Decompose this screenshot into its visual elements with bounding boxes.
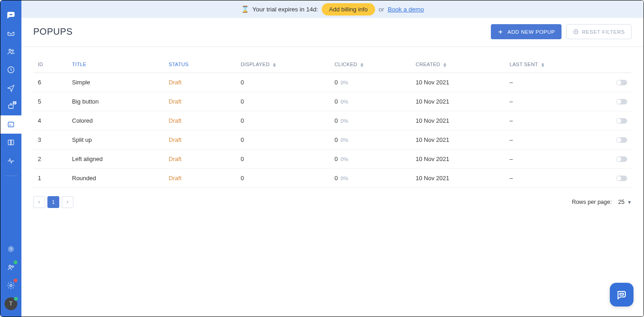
sort-icon (273, 63, 276, 67)
page-header: POPUPS ADD NEW POPUP RESET FILTERS (21, 18, 644, 47)
sidebar-item-contacts[interactable] (0, 42, 21, 61)
cell-clicked-pct: 0% (340, 80, 348, 85)
popups-table: ID TITLE STATUS DISPLAYED CLICKED CREATE… (33, 56, 632, 188)
reset-filters-label: RESET FILTERS (582, 29, 625, 35)
row-toggle[interactable] (616, 137, 627, 143)
trial-expiry-text: Your trial expires in 14d: (252, 6, 318, 13)
cell-status: Draft (169, 136, 241, 143)
cell-title: Big button (72, 98, 169, 105)
book-demo-link[interactable]: Book a demo (388, 6, 424, 13)
col-header-id: ID (38, 62, 72, 67)
cell-clicked-pct: 0% (340, 99, 348, 104)
cell-clicked: 00% (335, 156, 416, 162)
row-toggle[interactable] (616, 176, 627, 181)
svg-rect-13 (620, 293, 623, 295)
sort-icon (361, 63, 363, 67)
sidebar-item-team[interactable] (0, 258, 21, 276)
table-row[interactable]: 6SimpleDraft000%10 Nov 2021– (33, 73, 632, 92)
cell-clicked-value: 0 (335, 156, 338, 162)
col-header-created-label: CREATED (416, 62, 440, 67)
row-toggle[interactable] (616, 80, 627, 85)
page-title: POPUPS (33, 26, 72, 37)
team-notification-dot (14, 260, 17, 264)
main: ⌛ Your trial expires in 14d: Add billing… (21, 0, 644, 317)
cell-created: 10 Nov 2021 (416, 175, 510, 182)
cell-title: Simple (72, 79, 169, 86)
col-header-displayed-label: DISPLAYED (241, 62, 270, 67)
hourglass-icon: ⌛ (241, 5, 249, 13)
cell-clicked: 00% (335, 175, 416, 182)
content: ID TITLE STATUS DISPLAYED CLICKED CREATE… (21, 47, 644, 317)
cell-id: 1 (38, 175, 72, 182)
svg-point-11 (10, 285, 12, 287)
pager: 1 (33, 196, 73, 208)
sidebar-item-bot[interactable]: ß (0, 97, 21, 115)
avatar-initial: T (9, 301, 12, 307)
cell-displayed: 0 (241, 136, 335, 143)
sidebar-logo[interactable] (0, 6, 21, 24)
rows-per-page-label: Rows per page: (572, 199, 612, 205)
sidebar-item-inbox[interactable] (0, 24, 21, 42)
cell-title: Split up (72, 136, 169, 143)
table-row[interactable]: 1RoundedDraft000%10 Nov 2021– (33, 169, 632, 188)
reset-filters-button[interactable]: RESET FILTERS (566, 24, 632, 39)
page-next-button[interactable] (62, 196, 73, 208)
table-header-row: ID TITLE STATUS DISPLAYED CLICKED CREATE… (33, 56, 632, 73)
sidebar-item-settings[interactable] (0, 276, 21, 295)
cell-clicked-value: 0 (335, 79, 338, 86)
cell-clicked: 00% (335, 117, 416, 124)
svg-point-10 (12, 266, 14, 268)
cell-title: Colored (72, 117, 169, 124)
cell-created: 10 Nov 2021 (416, 156, 510, 162)
cell-displayed: 0 (241, 98, 335, 105)
col-header-clicked-label: CLICKED (335, 62, 357, 67)
cell-created: 10 Nov 2021 (416, 117, 510, 124)
chat-widget-button[interactable] (610, 283, 634, 307)
svg-rect-4 (9, 105, 14, 109)
table-row[interactable]: 5Big buttonDraft000%10 Nov 2021– (33, 92, 632, 111)
sort-icon (443, 63, 446, 67)
cell-clicked-value: 0 (335, 117, 338, 124)
svg-rect-6 (8, 122, 14, 127)
cell-displayed: 0 (241, 117, 335, 124)
sidebar-item-popups[interactable] (0, 115, 21, 134)
sidebar-divider (5, 176, 17, 176)
add-new-popup-button[interactable]: ADD NEW POPUP (491, 24, 561, 39)
sidebar-item-history[interactable] (0, 61, 21, 79)
chevron-down-icon: ▼ (627, 200, 632, 205)
row-toggle[interactable] (616, 118, 627, 124)
sidebar-item-help[interactable]: ? (0, 240, 21, 258)
sidebar-avatar[interactable]: T (0, 295, 21, 313)
col-header-created[interactable]: CREATED (416, 62, 510, 67)
sidebar-item-activity[interactable] (0, 152, 21, 170)
cell-lastsent: – (510, 117, 596, 124)
add-billing-button[interactable]: Add billing info (322, 3, 375, 16)
cell-clicked: 00% (335, 136, 416, 143)
col-header-lastsent[interactable]: LAST SENT (510, 62, 596, 67)
page-1-button[interactable]: 1 (47, 196, 59, 208)
cell-lastsent: – (510, 136, 596, 143)
cell-status: Draft (169, 98, 241, 105)
svg-rect-0 (9, 14, 13, 16)
col-header-title[interactable]: TITLE (72, 62, 169, 67)
cell-clicked-value: 0 (335, 136, 338, 143)
table-row[interactable]: 2Left alignedDraft000%10 Nov 2021– (33, 150, 632, 169)
table-row[interactable]: 4ColoredDraft000%10 Nov 2021– (33, 111, 632, 130)
row-toggle[interactable] (616, 99, 627, 104)
col-header-clicked[interactable]: CLICKED (335, 62, 416, 67)
row-toggle[interactable] (616, 156, 627, 162)
col-header-status[interactable]: STATUS (169, 62, 241, 67)
trial-or-text: or (379, 6, 384, 13)
sidebar-item-send[interactable] (0, 79, 21, 97)
sidebar-item-knowledge[interactable] (0, 134, 21, 152)
cell-title: Rounded (72, 175, 169, 182)
rows-per-page-select[interactable]: 25 ▼ (618, 199, 632, 205)
settings-notification-dot (14, 279, 17, 282)
table-row[interactable]: 3Split upDraft000%10 Nov 2021– (33, 130, 632, 150)
page-prev-button[interactable] (33, 196, 45, 208)
cell-status: Draft (169, 156, 241, 162)
chevron-left-icon (37, 200, 41, 204)
cell-lastsent: – (510, 98, 596, 105)
cell-lastsent: – (510, 175, 596, 182)
col-header-displayed[interactable]: DISPLAYED (241, 62, 335, 67)
